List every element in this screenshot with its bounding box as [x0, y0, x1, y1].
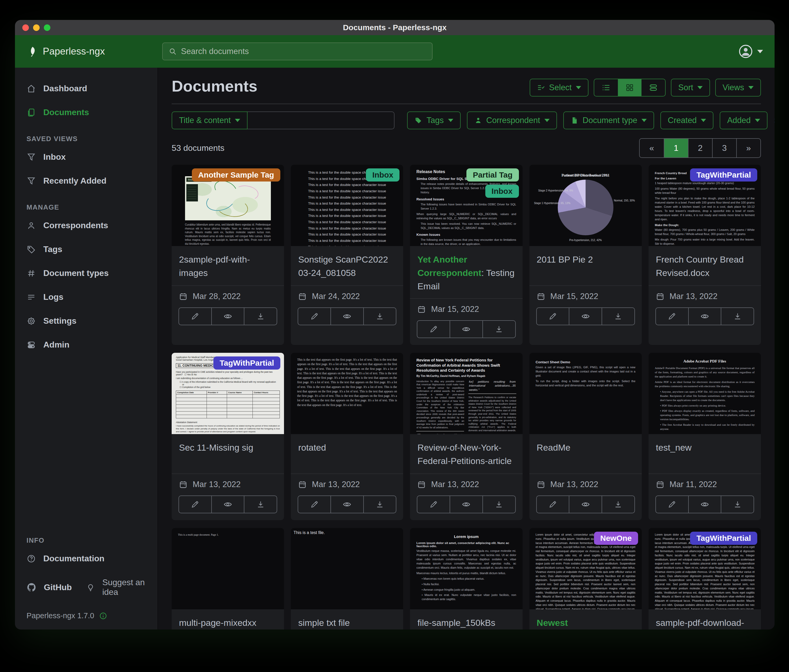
document-thumbnail[interactable]: Review of New York Federal Petitions for…: [410, 353, 522, 434]
download-document-button[interactable]: [244, 308, 277, 325]
download-document-button[interactable]: [363, 496, 396, 513]
edit-document-button[interactable]: [417, 496, 450, 513]
global-search[interactable]: [162, 43, 433, 61]
sidebar-item-tags[interactable]: Tags: [15, 237, 158, 261]
document-thumbnail[interactable]: Adobe Acrobat PDF FilesAdobe® Portable D…: [648, 353, 761, 434]
document-card[interactable]: Patient BP Distribution 2011Normal, 150,…: [529, 165, 642, 345]
document-thumbnail[interactable]: Lorem ipsum dolor sit amet, consectetur …: [648, 528, 761, 609]
created-filter-button[interactable]: Created: [660, 111, 713, 129]
info-circle-icon[interactable]: [99, 611, 107, 620]
pagination-page-2[interactable]: 2: [688, 139, 712, 158]
tag-badge[interactable]: NewOne: [594, 532, 638, 545]
pagination-page-1[interactable]: 1: [664, 139, 688, 158]
document-title[interactable]: rotated: [291, 434, 403, 473]
views-button[interactable]: Views: [715, 79, 761, 97]
document-card[interactable]: Contact Sheet DemoGiven a set of image f…: [529, 353, 642, 520]
download-document-button[interactable]: [721, 496, 754, 513]
document-title[interactable]: Review-of-New-York-Federal-Petitions-art…: [410, 434, 522, 473]
search-input[interactable]: [181, 47, 426, 56]
document-card[interactable]: Lorem ipsum dolor sit amet, consectetur …: [529, 528, 642, 629]
view-document-button[interactable]: [331, 496, 363, 513]
document-card[interactable]: Lorem ipsumLorem ipsum dolor sit amet, c…: [410, 528, 522, 629]
document-title[interactable]: Yet Another Correspondent: Testing Email: [410, 246, 522, 298]
sidebar-item-admin[interactable]: Admin: [15, 333, 158, 357]
document-thumbnail[interactable]: Patient BP Distribution 2011Normal, 150,…: [529, 165, 642, 246]
download-document-button[interactable]: [482, 496, 515, 513]
tags-filter-button[interactable]: Tags: [407, 111, 460, 129]
edit-document-button[interactable]: [179, 496, 211, 513]
sidebar-item-inbox[interactable]: Inbox: [15, 145, 158, 169]
edit-document-button[interactable]: [417, 321, 450, 338]
sidebar-item-github[interactable]: GitHub: [15, 575, 83, 599]
document-title[interactable]: Sonstige ScanPC2022 03-24_081058: [291, 246, 403, 285]
sort-button[interactable]: Sort: [671, 79, 710, 97]
list-view-button[interactable]: [594, 79, 618, 96]
pagination-page-3[interactable]: 3: [712, 139, 736, 158]
view-document-button[interactable]: [569, 496, 602, 513]
document-thumbnail[interactable]: French Country BreadFor the Leaven1 heap…: [648, 165, 761, 246]
document-thumbnail[interactable]: Release NotesSimba ODBC Driver for SQL S…: [410, 165, 522, 246]
added-filter-button[interactable]: Added: [720, 111, 767, 129]
document-title[interactable]: simple txt file: [291, 609, 403, 629]
document-title[interactable]: Newest Correspondent: f_combineds: [529, 609, 642, 629]
download-document-button[interactable]: [482, 321, 515, 338]
document-card[interactable]: This is a test for the double space char…: [291, 165, 403, 345]
correspondent-link[interactable]: Newest Correspondent: [537, 618, 601, 629]
document-title[interactable]: sample-pdf-download-10-mb-longer-title: [648, 609, 761, 629]
view-document-button[interactable]: [688, 308, 721, 325]
document-card[interactable]: Boundary Waters TripCurabitur bibendum a…: [172, 165, 284, 345]
title-content-dropdown-button[interactable]: Title & content: [172, 111, 248, 129]
document-card[interactable]: This is a test file. simple txt file: [291, 528, 403, 629]
correspondent-filter-button[interactable]: Correspondent: [467, 111, 557, 129]
document-thumbnail[interactable]: Contact Sheet DemoGiven a set of image f…: [529, 353, 642, 434]
document-thumbnail[interactable]: This is a multi page document. Page 1.: [172, 528, 284, 609]
sidebar-item-logs[interactable]: Logs: [15, 285, 158, 309]
view-document-button[interactable]: [569, 308, 602, 325]
document-type-filter-button[interactable]: Document type: [563, 111, 654, 129]
download-document-button[interactable]: [602, 308, 634, 325]
sidebar-item-correspondents[interactable]: Correspondents: [15, 213, 158, 237]
document-card[interactable]: Adobe Acrobat PDF FilesAdobe® Portable D…: [648, 353, 761, 520]
view-document-button[interactable]: [450, 496, 482, 513]
document-title[interactable]: Sec 11-Missing sig: [172, 434, 284, 473]
document-title[interactable]: French Country Bread Revised.docx: [648, 246, 761, 285]
sidebar-item-settings[interactable]: Settings: [15, 309, 158, 333]
document-thumbnail[interactable]: This is a test for the double space char…: [291, 165, 403, 246]
document-thumbnail[interactable]: Boundary Waters TripCurabitur bibendum a…: [172, 165, 284, 246]
correspondent-link[interactable]: Yet Another Correspondent: [417, 255, 481, 278]
edit-document-button[interactable]: [537, 308, 569, 325]
app-brand[interactable]: Paperless-ngx: [27, 46, 105, 57]
document-thumbnail[interactable]: This is a test file.: [291, 528, 403, 609]
view-document-button[interactable]: [450, 321, 482, 338]
document-card[interactable]: This is the text that appears on the fir…: [291, 353, 403, 520]
edit-document-button[interactable]: [656, 496, 688, 513]
tag-badge[interactable]: Inbox: [485, 185, 519, 198]
document-title[interactable]: file-sample_150kBs: [410, 609, 522, 629]
download-document-button[interactable]: [363, 308, 396, 325]
sidebar-item-documentation[interactable]: Documentation: [15, 547, 158, 570]
sidebar-item-document-types[interactable]: Document types: [15, 261, 158, 285]
user-menu[interactable]: [738, 44, 763, 59]
edit-document-button[interactable]: [298, 308, 331, 325]
tag-badge[interactable]: TagWithPartial: [690, 169, 757, 182]
grid-view-button[interactable]: [618, 79, 642, 96]
maximize-window-button[interactable]: [44, 24, 50, 31]
document-card[interactable]: French Country BreadFor the Leaven1 heap…: [648, 165, 761, 345]
sidebar-item-documents[interactable]: Documents: [15, 100, 158, 124]
tag-badge[interactable]: Partial Tag: [466, 169, 519, 182]
title-content-filter-input[interactable]: [248, 111, 394, 129]
view-document-button[interactable]: [688, 496, 721, 513]
document-title[interactable]: ReadMe: [529, 434, 642, 473]
detail-view-button[interactable]: [642, 79, 665, 96]
document-title[interactable]: test_new: [648, 434, 761, 473]
document-title[interactable]: 2011 BP Pie 2: [529, 246, 642, 285]
download-document-button[interactable]: [602, 496, 634, 513]
minimize-window-button[interactable]: [33, 24, 40, 31]
close-window-button[interactable]: [22, 24, 29, 31]
view-document-button[interactable]: [331, 308, 363, 325]
document-card[interactable]: This is a multi page document. Page 1. m…: [172, 528, 284, 629]
download-document-button[interactable]: [244, 496, 277, 513]
document-thumbnail[interactable]: Lorem ipsumLorem ipsum dolor sit amet, c…: [410, 528, 522, 609]
edit-document-button[interactable]: [656, 308, 688, 325]
sidebar-item-suggest-idea[interactable]: Suggest an idea: [83, 570, 158, 604]
